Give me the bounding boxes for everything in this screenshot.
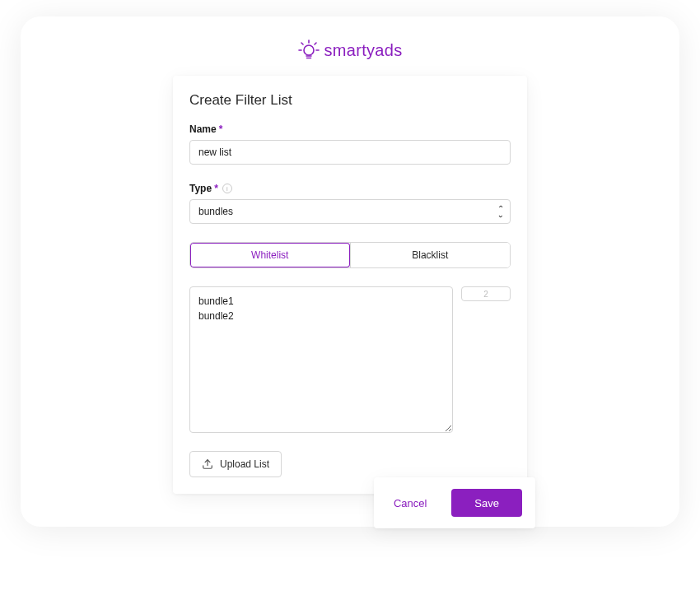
form-card: Create Filter List Name * Type * i bundl… (173, 76, 527, 494)
brand-name: smartyads (324, 41, 403, 60)
whitelist-toggle[interactable]: Whitelist (190, 243, 350, 267)
footer-actions: Cancel Save (374, 477, 535, 528)
items-count-badge: 2 (461, 286, 511, 301)
name-field-block: Name * (189, 123, 511, 165)
required-indicator: * (219, 123, 223, 135)
svg-point-5 (304, 45, 314, 55)
name-label: Name * (189, 123, 511, 135)
help-icon[interactable]: i (222, 184, 232, 193)
brand-logo: smartyads (21, 40, 679, 61)
items-textarea[interactable] (189, 286, 453, 433)
page-card: smartyads Create Filter List Name * Type… (21, 16, 679, 527)
type-select-wrap: bundles ⌃⌃ (189, 199, 511, 224)
upload-icon (202, 458, 213, 470)
svg-line-1 (301, 43, 303, 44)
items-row: 2 (189, 286, 511, 433)
type-selected-value: bundles (198, 206, 233, 217)
blacklist-toggle[interactable]: Blacklist (350, 243, 511, 267)
save-button[interactable]: Save (451, 489, 522, 517)
type-field-block: Type * i bundles ⌃⌃ (189, 183, 511, 224)
upload-label: Upload List (220, 458, 269, 470)
name-input[interactable] (189, 140, 511, 165)
page-title: Create Filter List (189, 92, 511, 109)
type-label-text: Type (189, 183, 212, 194)
cancel-button[interactable]: Cancel (387, 492, 433, 514)
upload-list-button[interactable]: Upload List (189, 451, 282, 477)
name-label-text: Name (189, 123, 217, 135)
lightbulb-icon (298, 40, 320, 61)
svg-line-2 (315, 43, 316, 44)
list-mode-toggle: Whitelist Blacklist (189, 242, 511, 268)
type-select[interactable]: bundles (189, 199, 511, 224)
required-indicator: * (214, 183, 218, 194)
type-label: Type * i (189, 183, 511, 194)
